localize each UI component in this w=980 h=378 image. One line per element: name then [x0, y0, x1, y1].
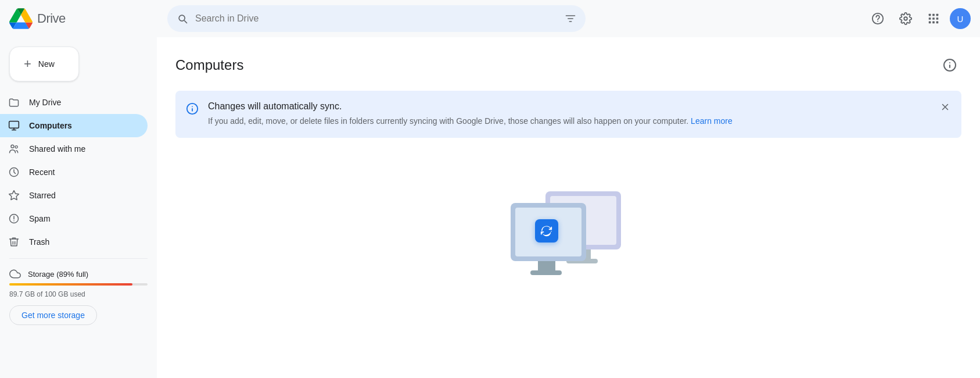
- sidebar: + New My Drive Computers: [0, 37, 157, 378]
- storage-label[interactable]: Storage (89% full): [9, 268, 148, 280]
- help-button[interactable]: [866, 7, 889, 30]
- storage-section: Storage (89% full) 89.7 GB of 100 GB use…: [0, 263, 157, 330]
- sidebar-item-starred[interactable]: Starred: [0, 184, 148, 207]
- trash-icon: [8, 236, 20, 248]
- folder-icon: [8, 97, 20, 108]
- spam-icon: [8, 213, 20, 224]
- main-layout: + New My Drive Computers: [0, 37, 980, 378]
- app-name: Drive: [37, 11, 66, 26]
- topbar-actions: U: [866, 7, 971, 30]
- avatar[interactable]: U: [950, 8, 971, 29]
- sync-badge: [535, 219, 558, 243]
- sidebar-item-recent[interactable]: Recent: [0, 161, 148, 184]
- cloud-icon: [9, 268, 21, 280]
- sidebar-item-computers[interactable]: Computers: [0, 114, 148, 137]
- svg-rect-9: [929, 22, 931, 24]
- topbar: Drive: [0, 0, 980, 37]
- search-input[interactable]: [195, 13, 558, 24]
- svg-rect-12: [9, 122, 19, 129]
- sidebar-item-my-drive[interactable]: My Drive: [0, 91, 148, 114]
- svg-rect-11: [936, 22, 939, 24]
- svg-marker-16: [9, 191, 19, 200]
- close-icon: [940, 102, 950, 112]
- sync-icon: [540, 224, 553, 237]
- svg-point-14: [15, 146, 17, 148]
- learn-more-link[interactable]: Learn more: [691, 116, 733, 126]
- banner-content: Changes will automatically sync. If you …: [208, 101, 950, 127]
- monitor-front-base: [530, 270, 562, 275]
- content-header: Computers: [175, 54, 961, 77]
- clock-icon: [8, 166, 20, 178]
- people-icon: [8, 143, 20, 155]
- settings-icon: [899, 12, 912, 25]
- star-icon: [8, 190, 20, 201]
- banner-info-icon: [186, 102, 199, 115]
- svg-point-13: [11, 145, 14, 148]
- svg-rect-7: [932, 17, 935, 20]
- svg-rect-8: [936, 17, 939, 20]
- svg-point-18: [13, 220, 15, 222]
- new-button[interactable]: + New: [9, 47, 79, 81]
- help-circle-icon: [871, 12, 884, 25]
- computer-icon: [8, 120, 20, 131]
- svg-rect-5: [936, 14, 939, 16]
- logo-area: Drive: [9, 7, 160, 30]
- banner-title: Changes will automatically sync.: [208, 101, 950, 112]
- info-circle-icon: [943, 58, 957, 72]
- svg-point-1: [877, 21, 878, 22]
- storage-bar-fill: [9, 283, 132, 286]
- svg-point-2: [904, 17, 907, 20]
- settings-button[interactable]: [894, 7, 917, 30]
- content-area: Computers Changes will automatically syn…: [157, 37, 980, 378]
- sidebar-item-shared-with-me[interactable]: Shared with me: [0, 137, 148, 161]
- apps-button[interactable]: [922, 7, 945, 30]
- empty-state: [175, 156, 961, 296]
- monitor-front-stand: [538, 261, 555, 270]
- storage-used-text: 89.7 GB of 100 GB used: [9, 290, 148, 298]
- storage-bar-background: [9, 283, 148, 286]
- drive-logo-icon: [9, 7, 33, 30]
- svg-rect-10: [932, 22, 935, 24]
- info-button[interactable]: [938, 54, 961, 77]
- apps-grid-icon: [927, 12, 940, 25]
- sidebar-item-spam[interactable]: Spam: [0, 207, 148, 230]
- svg-rect-3: [929, 14, 931, 16]
- page-title: Computers: [175, 57, 243, 73]
- sidebar-item-trash[interactable]: Trash: [0, 230, 148, 254]
- computer-illustration: [511, 191, 627, 284]
- search-icon: [177, 13, 188, 24]
- banner-close-button[interactable]: [936, 98, 954, 116]
- sidebar-divider: [9, 258, 148, 259]
- get-more-storage-button[interactable]: Get more storage: [9, 305, 97, 325]
- svg-rect-6: [929, 17, 931, 20]
- banner-description: If you add, edit, move, or delete files …: [208, 115, 950, 127]
- sync-banner: Changes will automatically sync. If you …: [175, 91, 961, 138]
- svg-rect-4: [932, 14, 935, 16]
- filter-icon[interactable]: [565, 13, 576, 24]
- search-bar[interactable]: [167, 5, 586, 32]
